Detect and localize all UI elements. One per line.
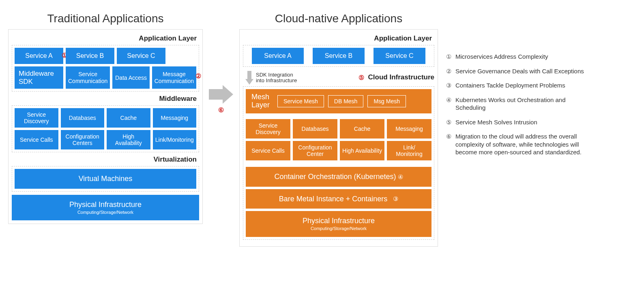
cloud-infrastructure: Mesh Layer Service Mesh DB Mesh Msg Mesh… [243,86,434,240]
legend-num-6: ⑥ [446,132,451,156]
physical-infra-sub: Computing/Storage/Network [69,210,142,215]
middleware-label: Middleware [12,95,197,103]
marker-6: ⑥ [218,106,224,114]
mesh-service: Service Mesh [277,95,324,107]
ci-messaging: Messaging [387,119,431,139]
legend-num-5: ⑤ [446,118,451,126]
legend-item-5: ⑤ Service Mesh Solves Intrusion [446,118,596,126]
cloud-physical-sub: Computing/Storage/Network [303,226,375,231]
mw-link-monitoring: Link/Monitoring [153,130,197,149]
legend-num-4: ④ [446,96,451,112]
cloud-physical-box: Physical Infrastructure Computing/Storag… [246,211,431,237]
orchestration-label: Container Orchestration (Kubernetes) [274,173,396,181]
mw-cache: Cache [107,108,150,128]
legend-text-2: Service Governance Deals with Call Excep… [455,67,584,75]
mw-messaging: Messaging [153,108,197,128]
cloud-panel: Application Layer Service A Service B Se… [239,29,438,247]
legend-text-6: Migration to the cloud will address the … [455,132,596,156]
sdk-integration-note: SDK Integration into Infrastructure [245,71,358,85]
physical-infra-box: Physical Infrastructure Computing/Storag… [12,195,199,220]
legend-item-6: ⑥ Migration to the cloud will address th… [446,132,596,156]
legend-text-5: Service Mesh Solves Intrusion [455,118,537,126]
ci-link-monitoring: Link/ Monitoring [387,141,431,160]
legend-item-4: ④ Kubernetes Works out Orchestration and… [446,96,596,112]
app-layer-label: Application Layer [12,34,197,43]
bare-metal-box: Bare Metal Instance + Containers ③ [246,189,431,209]
marker-4: ④ [398,173,403,180]
traditional-column: Traditional Applications Application Lay… [8,12,203,224]
sdk-item-2: Data Access [112,66,149,89]
cloud-service-b: Service B [313,48,365,64]
ci-high-availability: High Availability [340,141,384,160]
service-a-box: Service A ① [15,48,63,64]
legend-item-1: ① Microservices Address Complexity [446,53,596,61]
vm-box: Virtual Machines [15,169,196,189]
virtualization-label: Virtualization [12,156,197,164]
cloud-app-layer: Service A Service B Service C [243,45,434,67]
legend-text-1: Microservices Address Complexity [455,53,548,61]
sdk-item-1: Service Communication [66,66,110,89]
marker-5: ⑤ [358,74,364,81]
bare-metal-label: Bare Metal Instance + Containers [279,195,388,203]
mesh-layer-title: Mesh Layer [249,93,273,109]
right-arrow-icon [209,85,233,104]
mw-service-calls: Service Calls [15,130,58,149]
transition-arrow-column: ⑥ [207,12,235,114]
ci-service-calls: Service Calls [246,141,290,160]
traditional-middleware: Service Discovery Databases Cache Messag… [12,105,199,152]
ci-cache: Cache [340,119,384,139]
traditional-app-layer: Service A ① Service B Service C Middlewa… [12,45,199,92]
svg-marker-0 [209,85,233,104]
cloud-infra-label: Cloud Infrastructure [368,73,434,81]
ci-service-discovery: Service Discovery [246,119,290,139]
traditional-panel: Application Layer Service A ① Service B … [8,29,203,224]
legend-text-4: Kubernetes Works out Orchestration and S… [455,96,596,112]
diagram-root: Traditional Applications Application Lay… [8,12,636,247]
mw-high-availability: High Availability [107,130,150,149]
legend-num-2: ② [446,67,451,75]
svg-marker-1 [245,71,253,85]
middleware-sdk-box: Middleware SDK [15,66,63,89]
legend-item-3: ③ Containers Tackle Deployment Problems [446,81,596,90]
cloud-column: Cloud-native Applications Application La… [239,12,438,247]
legend: ① Microservices Address Complexity ② Ser… [442,12,596,163]
mesh-db: DB Mesh [328,95,364,107]
ci-config-center: Configuration Center [293,141,337,160]
down-arrow-icon [245,71,253,85]
cloud-service-a: Service A [252,48,304,64]
traditional-virtualization: Virtual Machines [12,166,199,192]
service-a-label: Service A [25,52,53,60]
legend-num-3: ③ [446,81,451,90]
legend-item-2: ② Service Governance Deals with Call Exc… [446,67,596,75]
mesh-layer-row: Mesh Layer Service Mesh DB Mesh Msg Mesh [246,89,431,113]
service-b-box: Service B [66,48,114,64]
legend-num-1: ① [446,53,451,61]
sdk-item-3: Message Communication [152,66,196,89]
mesh-msg: Msg Mesh [367,95,406,107]
sdk-note-text: SDK Integration into Infrastructure [256,72,301,84]
traditional-title: Traditional Applications [8,12,203,25]
marker-2: ② [195,72,201,80]
marker-3: ③ [393,195,398,202]
ci-databases: Databases [293,119,337,139]
service-c-box: Service C [117,48,165,64]
cloud-app-layer-label: Application Layer [243,34,432,43]
cloud-service-c: Service C [374,48,425,64]
cloud-title: Cloud-native Applications [239,12,438,25]
mw-config-centers: Configuration Centers [61,130,105,149]
legend-text-3: Containers Tackle Deployment Problems [455,81,565,90]
mw-service-discovery: Service Discovery [15,108,58,128]
mw-databases: Databases [61,108,105,128]
physical-infra-label: Physical Infrastructure [69,200,142,209]
orchestration-box: Container Orchestration (Kubernetes) ④ [246,167,431,187]
cloud-physical-label: Physical Infrastructure [303,217,375,225]
